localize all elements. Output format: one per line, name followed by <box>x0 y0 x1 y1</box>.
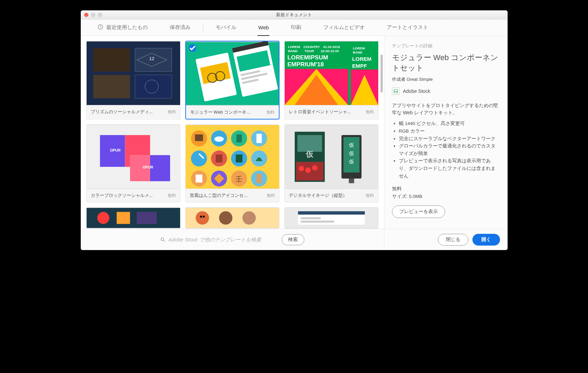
details-description: アプリやサイトをプロトタイピングするための堅牢な Web レイアウトキット。 <box>392 102 500 116</box>
template-thumbnail <box>186 208 279 228</box>
template-price: 無料 <box>168 109 176 115</box>
template-footer: プリズムのソーシャルメディ...無料 <box>87 105 180 118</box>
tab-art[interactable]: アートとイラスト <box>377 19 438 36</box>
svg-rect-53 <box>256 134 262 143</box>
template-card[interactable]: 壬 昔風はんこ型のアイコンセット無料 <box>185 124 280 202</box>
tab-label: フィルムとビデオ <box>323 24 365 31</box>
template-thumbnail: LOREM COUNTRY 01.02.2018BAND TOUR 20:00-… <box>285 41 378 105</box>
details-title: モジュラー Web コンポーネントセット <box>392 52 500 73</box>
svg-text:BAND: BAND <box>353 50 362 54</box>
svg-point-98 <box>161 238 164 240</box>
template-card[interactable]: LOREM COUNTRY 01.02.2018BAND TOUR 20:00-… <box>284 41 379 119</box>
svg-rect-59 <box>236 154 242 162</box>
vertical-scrollbar[interactable] <box>381 41 383 224</box>
svg-text:LOREMIPSUM: LOREMIPSUM <box>287 54 328 61</box>
template-price: 無料 <box>267 193 275 199</box>
tab-web[interactable]: Web <box>249 19 279 36</box>
svg-text:12: 12 <box>149 56 154 61</box>
svg-rect-82 <box>349 179 354 183</box>
main-panel: 12プリズムのソーシャルメディ...無料モジュラー Web コンポーネン...無… <box>81 36 384 250</box>
clock-icon <box>97 24 104 31</box>
sidebar-footer: 閉じる 開く <box>384 229 508 250</box>
adobe-stock-row[interactable]: Adobe Stock <box>392 87 500 95</box>
tab-label: 保存済み <box>170 24 190 31</box>
search-button[interactable]: 検索 <box>282 234 304 245</box>
svg-point-92 <box>203 216 205 218</box>
svg-point-73 <box>305 168 311 173</box>
window-title: 新規ドキュメント <box>81 12 508 18</box>
svg-rect-68 <box>256 174 262 183</box>
close-window-button[interactable] <box>84 13 88 17</box>
svg-rect-4 <box>93 75 130 98</box>
tab-saved[interactable]: 保存済み <box>160 19 200 36</box>
svg-point-89 <box>219 211 232 225</box>
titlebar: 新規ドキュメント <box>81 10 508 19</box>
tab-label: 印刷 <box>291 24 301 31</box>
svg-point-88 <box>196 211 209 225</box>
template-thumbnail: 仮仮仮仮 <box>285 125 378 189</box>
template-grid: 12プリズムのソーシャルメディ...無料モジュラー Web コンポーネン...無… <box>86 41 379 229</box>
template-card[interactable]: 仮仮仮仮デジタルサイネージ（縦型）無料 <box>284 124 379 202</box>
minimize-window-button[interactable] <box>91 13 95 17</box>
category-tabs: 最近使用したもの 保存済み モバイル Web 印刷 フィルムとビデオ アートとイ… <box>81 19 508 36</box>
template-card[interactable]: モジュラー Web コンポーネン...無料 <box>185 41 280 119</box>
tab-recent[interactable]: 最近使用したもの <box>88 19 157 36</box>
template-footer: デジタルサイネージ（縦型）無料 <box>285 189 378 202</box>
selected-check-icon <box>189 44 196 52</box>
search-input[interactable] <box>168 237 277 242</box>
template-footer: レトロ音楽イベントソーシャ...無料 <box>285 105 378 118</box>
svg-rect-85 <box>117 212 130 224</box>
close-button[interactable]: 閉じる <box>438 234 468 246</box>
search-field <box>160 237 277 242</box>
tab-mobile[interactable]: モバイル <box>206 19 246 36</box>
template-thumbnail <box>87 208 180 228</box>
details-label: テンプレートの詳細 <box>392 43 500 49</box>
template-thumbnail: 壬 <box>186 125 279 189</box>
tab-label: 最近使用したもの <box>106 24 148 31</box>
svg-point-90 <box>242 211 256 225</box>
template-thumbnail: OPUROPUR <box>87 125 180 189</box>
svg-rect-57 <box>216 154 222 162</box>
open-button[interactable]: 開く <box>472 234 500 246</box>
svg-point-84 <box>97 212 109 224</box>
tab-film[interactable]: フィルムとビデオ <box>314 19 374 36</box>
template-name: カラーブロックソーシャルメ... <box>91 192 153 199</box>
svg-rect-51 <box>236 134 242 142</box>
svg-rect-2 <box>93 48 130 71</box>
template-name: モジュラー Web コンポーネン... <box>190 109 252 115</box>
template-card[interactable] <box>185 207 280 229</box>
feature-item: グローバルカラーで最適化されるのでカスタマイズが簡単 <box>399 142 500 157</box>
template-card[interactable] <box>86 207 180 229</box>
svg-point-91 <box>200 216 202 218</box>
svg-text:仮: 仮 <box>349 142 354 148</box>
tab-label: アートとイラスト <box>387 24 428 31</box>
svg-rect-62 <box>196 174 202 182</box>
template-name: レトロ音楽イベントソーシャ... <box>289 109 351 115</box>
image-placeholder-icon <box>392 87 400 95</box>
template-card[interactable]: OPUROPURカラーブロックソーシャルメ...無料 <box>86 124 180 202</box>
svg-text:LOREM: LOREM <box>352 56 371 62</box>
svg-text:LOREM　COUNTRY　01.02.2018: LOREM COUNTRY 01.02.2018 <box>288 45 340 49</box>
zoom-window-button[interactable] <box>98 13 102 17</box>
template-card[interactable] <box>284 207 379 229</box>
svg-text:仮: 仮 <box>349 159 354 164</box>
scrollbar-thumb[interactable] <box>381 55 383 93</box>
preview-button[interactable]: プレビューを表示 <box>392 205 445 218</box>
details-size: サイズ: 5.0MB <box>392 193 500 200</box>
template-footer: モジュラー Web コンポーネン...無料 <box>186 106 279 119</box>
template-grid-wrap: 12プリズムのソーシャルメディ...無料モジュラー Web コンポーネン...無… <box>81 36 384 229</box>
svg-text:仮: 仮 <box>349 150 354 156</box>
svg-rect-86 <box>137 212 157 224</box>
details-feature-list: 幅 1440 ピクセル、高さ変更可RGB カラー完全にスケーラブルなベクターアー… <box>392 120 500 180</box>
template-name: プリズムのソーシャルメディ... <box>91 109 153 115</box>
details-meta: 無料 サイズ: 5.0MB <box>392 185 500 200</box>
tab-print[interactable]: 印刷 <box>281 19 311 36</box>
template-thumbnail <box>186 41 279 106</box>
svg-rect-97 <box>301 221 334 223</box>
template-card[interactable]: 12プリズムのソーシャルメディ...無料 <box>86 41 180 119</box>
window-controls <box>81 13 102 17</box>
svg-text:EMPRIUM'18: EMPRIUM'18 <box>287 61 324 68</box>
svg-rect-5 <box>135 75 172 98</box>
svg-text:EMPF: EMPF <box>352 63 367 69</box>
svg-rect-96 <box>301 217 321 219</box>
